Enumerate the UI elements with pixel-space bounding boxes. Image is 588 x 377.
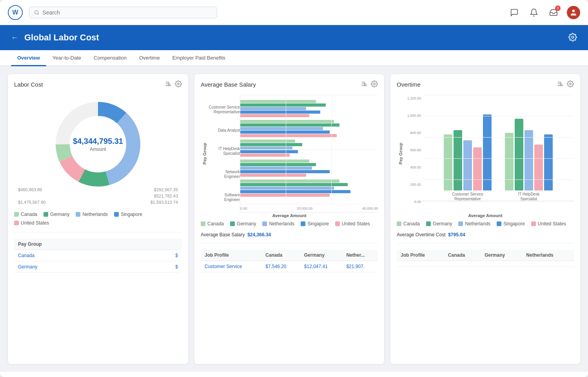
labor-cost-title: Labor Cost: [14, 81, 165, 88]
legend-germany-2: Germany: [230, 221, 256, 227]
donut-chart-container: $4,344,795.31 Amount: [14, 93, 182, 195]
hbar-group-1: [240, 120, 378, 137]
segment-singapore-label: $1,593,513.74: [151, 200, 178, 205]
search-bar[interactable]: [29, 7, 217, 18]
tab-ytd[interactable]: Year-to-Date: [46, 50, 87, 65]
hbar-chart-container: Pay Group Customer ServiceRepresentative…: [201, 95, 378, 212]
tab-overview[interactable]: Overview: [11, 50, 46, 65]
labor-table-header-paygroup: Pay Group: [14, 239, 140, 250]
legend-singapore-2: Singapore: [301, 221, 329, 227]
overtime-card-icons: [557, 80, 574, 89]
avg-salary-title: Average Base Salary: [201, 81, 361, 88]
avatar[interactable]: [567, 6, 580, 19]
vbar-chart-container: Pay Group 0.00 200.00 400.00 600.00 800.…: [397, 95, 574, 212]
legend-canada: Canada: [14, 212, 37, 217]
hbar-group-label-3: NetworkEngineer: [209, 170, 240, 179]
filter-icon[interactable]: [165, 80, 172, 89]
search-icon: [34, 10, 39, 15]
svg-line-1: [38, 13, 38, 14]
avg-salary-table: Job Profile Canada Germany Nether... Cus…: [201, 250, 378, 272]
legend-canada-3: Canada: [397, 221, 420, 227]
salary-table-header-nether: Nether...: [342, 250, 378, 261]
segment-netherlands-label: $460,963.89: [18, 187, 42, 192]
legend-us-2: United States: [335, 221, 370, 227]
legend-singapore-3: Singapore: [497, 221, 525, 227]
donut-center-value: $4,344,795.31 Amount: [73, 137, 123, 152]
svg-point-23: [374, 83, 376, 85]
labor-table-header-amount: [140, 239, 182, 250]
labor-cost-table: Pay Group Canada $ Germany $: [14, 239, 182, 273]
overtime-card: Overtime Pay Group 0.00: [390, 74, 580, 364]
overtime-table: Job Profile Canada Germany Netherlands: [397, 250, 574, 267]
search-input[interactable]: [42, 9, 212, 16]
gear-icon-2[interactable]: [371, 80, 378, 89]
overtime-table-header-canada: Canada: [444, 250, 481, 261]
hbar-group-label-2: IT HelpDeskSpecialist: [209, 147, 240, 156]
legend-germany-3: Germany: [426, 221, 452, 227]
gear-icon[interactable]: [175, 80, 182, 89]
vbar-xaxis-label: Average Amount: [397, 213, 574, 218]
top-navigation: W 3: [0, 0, 588, 25]
hbar-group-label-4: SoftwareEngineer: [209, 193, 240, 202]
tab-compensation[interactable]: Compensation: [87, 50, 133, 65]
labor-cost-card: Labor Cost: [8, 74, 188, 364]
legend-us-3: United States: [531, 221, 566, 227]
nav-icons: 3: [508, 6, 580, 19]
svg-point-10: [178, 83, 180, 85]
avg-salary-summary: Average Base Salary $24,366.34: [201, 232, 378, 237]
gear-icon-3[interactable]: [567, 80, 574, 89]
legend-singapore: Singapore: [114, 212, 142, 217]
hbar-group-0: [240, 100, 378, 117]
hbar-xaxis-label: Average Amount: [201, 213, 378, 218]
user-icon: [570, 9, 577, 16]
tab-overtime[interactable]: Overtime: [133, 50, 166, 65]
avg-salary-card-icons: [361, 80, 378, 89]
table-row: Germany $: [14, 261, 182, 273]
hbar-group-4: [240, 179, 378, 197]
labor-cost-card-icons: [165, 80, 182, 89]
hbar-yaxis-label: Pay Group: [202, 143, 207, 165]
salary-table-header-germany: Germany: [300, 250, 343, 261]
filter-icon-2[interactable]: [361, 80, 368, 89]
page-header: ← Global Labor Cost: [0, 25, 588, 50]
legend-germany: Germany: [44, 212, 69, 217]
page-title: Global Labor Cost: [24, 33, 562, 43]
filter-icon-3[interactable]: [557, 80, 564, 89]
inbox-badge: 3: [555, 5, 561, 11]
tab-benefits[interactable]: Employer Paid Benefits: [166, 50, 232, 65]
overtime-title: Overtime: [397, 81, 557, 88]
chat-icon: [510, 8, 519, 17]
table-row: [397, 261, 574, 267]
hbar-group-2: [240, 140, 378, 157]
legend-netherlands-2: Netherlands: [262, 221, 294, 227]
salary-table-header-jp: Job Profile: [201, 250, 261, 261]
overtime-table-header-nether: Netherlands: [522, 250, 574, 261]
segment-canada-label: $292,967.35: [154, 187, 178, 192]
chat-button[interactable]: [508, 6, 521, 19]
hbar-group-label-1: Data Analyst: [209, 128, 240, 133]
vbar-yaxis-label: Pay Group: [398, 143, 403, 165]
legend-us: United States: [14, 220, 49, 226]
segment-us-label: $1,475,567.90: [18, 200, 45, 205]
avg-salary-card: Average Base Salary Pay Group: [194, 74, 384, 364]
legend-canada-2: Canada: [201, 221, 224, 227]
table-row: Customer Service $7,546.20 $12,047.41 $2…: [201, 261, 378, 272]
avg-overtime-summary: Average Overtime Cost $795.04: [397, 232, 574, 237]
table-row: Canada $: [14, 250, 182, 261]
bell-icon: [530, 8, 538, 17]
donut-chart: $4,344,795.31 Amount: [51, 97, 145, 191]
hbar-group-3: [240, 160, 378, 177]
back-button[interactable]: ←: [11, 34, 18, 42]
salary-table-header-canada: Canada: [261, 250, 300, 261]
overtime-table-header-jp: Job Profile: [397, 250, 444, 261]
legend-netherlands: Netherlands: [76, 212, 108, 217]
legend-netherlands-3: Netherlands: [458, 221, 490, 227]
notifications-button[interactable]: [528, 6, 540, 19]
inbox-button[interactable]: 3: [547, 6, 560, 19]
app-logo: W: [8, 5, 23, 20]
labor-cost-legend: Canada Germany Netherlands Singapore Uni…: [14, 212, 182, 226]
overtime-table-header-germany: Germany: [481, 250, 522, 261]
svg-point-0: [35, 10, 38, 14]
page-settings-icon[interactable]: [568, 33, 577, 43]
segment-germany-label: $521,782.43: [154, 194, 178, 198]
